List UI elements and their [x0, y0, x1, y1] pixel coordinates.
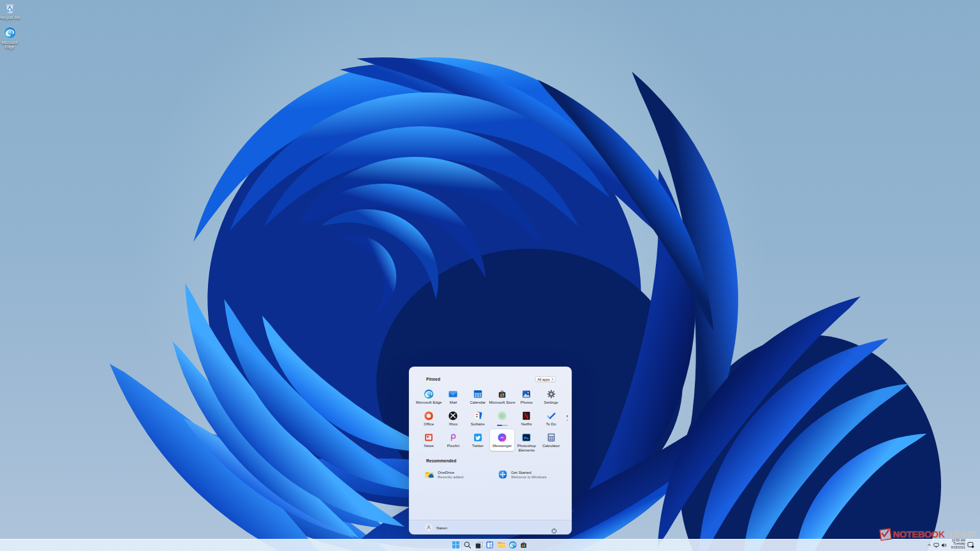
- edge-icon: [4, 27, 16, 39]
- tray-chevron-up-icon[interactable]: [927, 543, 932, 547]
- taskbar-store-button[interactable]: [519, 540, 529, 550]
- photoshop-elements-icon: Ps: [521, 432, 531, 443]
- recommended-section-title: Recommended: [426, 459, 456, 463]
- chevron-right-icon: [551, 378, 554, 381]
- install-progress-bar: [497, 425, 508, 426]
- pinned-app-label: To Do: [546, 422, 556, 427]
- pinned-app-settings[interactable]: Settings: [538, 386, 563, 408]
- picsart-icon: [448, 432, 458, 443]
- tray-network-icon[interactable]: [933, 543, 939, 548]
- solitaire-icon: [473, 411, 483, 421]
- page-indicator-dot-2[interactable]: [567, 420, 568, 421]
- pinned-app-netflix[interactable]: Netflix: [514, 408, 538, 429]
- spotify-icon: [497, 411, 507, 421]
- get-started-icon: [498, 469, 508, 480]
- twitter-icon: [473, 432, 483, 443]
- pinned-app-label: Messenger: [493, 444, 512, 448]
- notebookcheck-watermark: NOTEBOOKCHECK: [878, 527, 977, 541]
- taskbar-start-button[interactable]: [451, 540, 461, 550]
- pinned-app-label: Calculator: [542, 444, 560, 448]
- calendar-icon: [473, 389, 483, 399]
- taskbar-file-explorer-button[interactable]: [496, 540, 507, 550]
- pinned-app-microsoft-edge[interactable]: Microsoft Edge: [417, 386, 441, 408]
- news-icon: [424, 432, 434, 443]
- pinned-app-label: Twitter: [472, 444, 484, 448]
- taskbar-task-view-button[interactable]: [474, 540, 484, 550]
- all-apps-button[interactable]: All apps: [535, 376, 556, 382]
- recommended-item-title: OneDrive: [438, 470, 463, 474]
- user-profile-button[interactable]: Naren: [425, 524, 447, 531]
- pinned-app-label: Mail: [450, 400, 457, 405]
- messenger-icon: [497, 432, 507, 443]
- user-name-label: Naren: [436, 525, 447, 530]
- tray-volume-icon[interactable]: [941, 543, 947, 548]
- taskbar-center-icons: [451, 540, 529, 551]
- taskbar-widgets-button[interactable]: [485, 540, 495, 550]
- pinned-app-messenger[interactable]: Messenger: [490, 429, 514, 451]
- svg-text:Ps: Ps: [524, 435, 530, 439]
- netflix-icon: [521, 411, 531, 421]
- store-icon: [497, 389, 507, 399]
- pinned-app-label: Microsoft Store: [489, 400, 516, 405]
- user-avatar-icon: [425, 524, 433, 531]
- pinned-app-microsoft-store[interactable]: Microsoft Store: [490, 386, 514, 408]
- mail-icon: [448, 389, 458, 399]
- desktop-icon-recycle-bin[interactable]: Recycle Bin: [0, 2, 27, 20]
- pinned-app-mail[interactable]: Mail: [441, 386, 465, 408]
- pinned-app-label: Solitaire: [471, 422, 485, 427]
- pinned-app-label: Office: [424, 422, 434, 427]
- watermark-text-secondary: CHECK: [945, 529, 977, 540]
- photos-icon: [521, 389, 531, 399]
- watermark-text-primary: NOTEBOOK: [893, 529, 945, 540]
- desktop-icon-label: Recycle Bin: [0, 15, 20, 20]
- pinned-apps-grid: Microsoft EdgeMailCalendarMicrosoft Stor…: [417, 386, 563, 451]
- desktop-icon-microsoft-edge[interactable]: Microsoft Edge: [0, 27, 27, 49]
- pinned-app-twitter[interactable]: Twitter: [466, 429, 490, 451]
- pinned-app-label: Photoshop Elements: [516, 444, 537, 452]
- recommended-item-subtitle: Recently added: [438, 475, 463, 479]
- windows-11-desktop: { "desktop": { "icons": [ { "label": "Re…: [0, 0, 980, 551]
- taskbar-edge-button[interactable]: [508, 540, 518, 550]
- all-apps-label: All apps: [537, 378, 549, 381]
- pinned-app-picsart[interactable]: PicsArt: [441, 429, 465, 451]
- todo-icon: [546, 411, 556, 421]
- pinned-app-photos[interactable]: Photos: [514, 386, 538, 408]
- power-button[interactable]: [551, 525, 557, 531]
- pinned-app-label: Microsoft Edge: [416, 400, 442, 405]
- start-menu: Pinned All apps Microsoft EdgeMailCalend…: [409, 367, 572, 534]
- pinned-app-office[interactable]: Office: [417, 408, 441, 429]
- recommended-item-title: Get Started: [511, 470, 547, 474]
- pinned-app-photoshop-elements[interactable]: PsPhotoshop Elements: [514, 429, 538, 451]
- notebookcheck-logo-icon: [878, 527, 893, 541]
- settings-icon: [546, 389, 556, 399]
- pinned-app-calculator[interactable]: Calculator: [538, 429, 563, 451]
- pinned-app-calendar[interactable]: Calendar: [466, 386, 490, 408]
- page-indicator-dot[interactable]: [567, 415, 568, 417]
- pinned-app-label: Xbox: [449, 422, 458, 427]
- pinned-app-xbox[interactable]: Xbox: [441, 408, 465, 429]
- pinned-app-label: Calendar: [470, 400, 486, 405]
- pinned-app-solitaire[interactable]: Solitaire: [466, 408, 490, 429]
- desktop-icon-label: Microsoft Edge: [0, 40, 22, 49]
- pinned-app-label: Netflix: [521, 422, 532, 427]
- taskbar-search-button[interactable]: [463, 540, 473, 550]
- pinned-app-label: News: [424, 444, 434, 448]
- recycle-bin-icon: [4, 2, 16, 14]
- pinned-app-to-do[interactable]: To Do: [538, 408, 563, 429]
- pinned-app-label: PicsArt: [447, 444, 459, 448]
- recommended-item-get-started[interactable]: Get Started Welcome to Windows: [498, 467, 547, 481]
- office-icon: [424, 411, 434, 421]
- recommended-item-subtitle: Welcome to Windows: [511, 475, 547, 479]
- tray-date: 6/15/2021: [951, 546, 965, 550]
- calculator-icon: [546, 432, 556, 443]
- edge-icon: [424, 389, 434, 399]
- pinned-app-label: Photos: [521, 400, 533, 405]
- xbox-icon: [448, 411, 458, 421]
- pinned-section-title: Pinned: [426, 377, 440, 381]
- start-menu-user-bar: Naren: [409, 520, 572, 534]
- recommended-item-onedrive[interactable]: OneDrive Recently added: [424, 467, 463, 481]
- pinned-app-label: Settings: [544, 400, 558, 405]
- pinned-app-news[interactable]: News: [417, 429, 441, 451]
- taskbar: 10:50 AM Tuesday 6/15/2021: [0, 539, 980, 551]
- pinned-app-spotify[interactable]: [490, 408, 514, 429]
